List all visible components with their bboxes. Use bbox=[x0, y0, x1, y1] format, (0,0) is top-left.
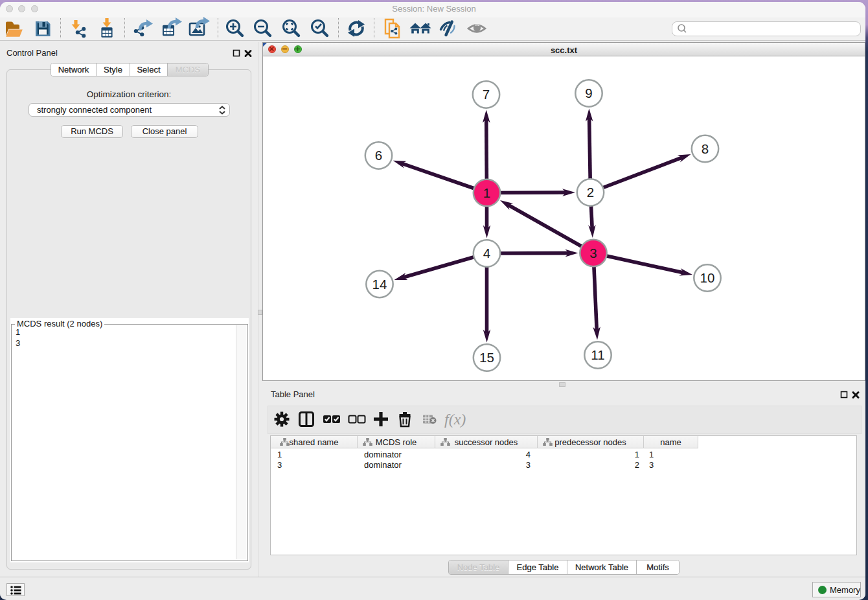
svg-text:15: 15 bbox=[479, 350, 494, 365]
svg-text:3: 3 bbox=[589, 246, 597, 260]
svg-text:11: 11 bbox=[591, 347, 604, 362]
svg-text:f(x): f(x) bbox=[444, 411, 466, 428]
svg-text:2: 2 bbox=[587, 185, 594, 200]
svg-text:7: 7 bbox=[483, 87, 490, 102]
svg-text:10: 10 bbox=[700, 270, 715, 285]
svg-text:9: 9 bbox=[585, 86, 592, 100]
svg-text:14: 14 bbox=[372, 277, 387, 292]
svg-text:1: 1 bbox=[483, 185, 490, 200]
svg-text:8: 8 bbox=[702, 141, 709, 156]
svg-text:6: 6 bbox=[375, 148, 382, 163]
svg-text:4: 4 bbox=[483, 246, 490, 260]
